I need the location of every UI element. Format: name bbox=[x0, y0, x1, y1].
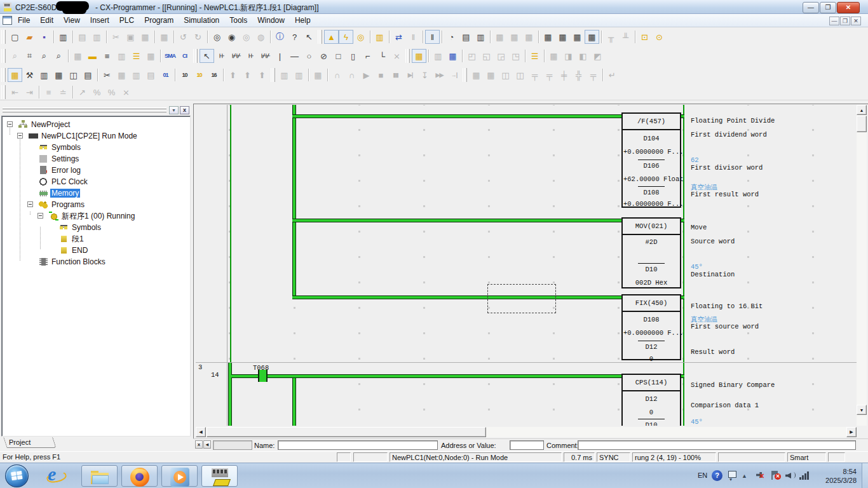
toolbar-icon[interactable]: ▦ bbox=[541, 30, 555, 44]
toolbar-icon[interactable]: ⇥ bbox=[22, 85, 37, 99]
network-signal-icon[interactable] bbox=[799, 471, 810, 480]
instruction-block-cps114[interactable]: CPS(114)D120D10 bbox=[621, 374, 681, 426]
mdi-close-button[interactable]: ✕ bbox=[851, 17, 861, 25]
toolbar-icon[interactable]: ╤ bbox=[586, 68, 600, 82]
toolbar-icon[interactable]: ◨ bbox=[561, 49, 576, 63]
scroll-up-icon[interactable]: ▲ bbox=[857, 105, 867, 115]
toolbar-icon[interactable]: ▦ bbox=[522, 30, 536, 44]
menu-edit[interactable]: Edit bbox=[35, 14, 58, 27]
toolbar-icon[interactable]: ↵ bbox=[605, 68, 620, 82]
toolbar-icon[interactable]: ▦ bbox=[507, 30, 522, 44]
name-input[interactable] bbox=[278, 440, 438, 450]
toolbar-icon[interactable]: ▥ bbox=[431, 49, 445, 63]
toolbar-icon[interactable]: ↧ bbox=[417, 68, 432, 82]
scroll-thumb[interactable] bbox=[207, 427, 486, 437]
menu-file[interactable]: File bbox=[13, 14, 35, 27]
toolbar-icon[interactable]: ▦ bbox=[138, 30, 153, 44]
firefox-icon[interactable] bbox=[130, 468, 149, 487]
toolbar-icon[interactable]: ◱ bbox=[479, 49, 494, 63]
instruction-block-fix450[interactable]: FIX(450)D108+0.0000000 F...D120 bbox=[621, 294, 681, 360]
toolbar-icon[interactable]: ▲ bbox=[324, 30, 339, 44]
clock[interactable]: 8:542025/3/28 bbox=[818, 467, 857, 485]
show-desktop-button[interactable] bbox=[862, 463, 868, 488]
instruction-block-mov021[interactable]: MOV(021)#2DD10002D Hex bbox=[621, 217, 681, 288]
toolbar-icon[interactable]: ◫ bbox=[66, 68, 81, 82]
toolbar-icon[interactable]: ◧ bbox=[576, 49, 590, 63]
toolbar-icon[interactable]: ▶| bbox=[403, 68, 417, 82]
toolbar-icon[interactable]: ◫ bbox=[513, 68, 527, 82]
menu-program[interactable]: Program bbox=[139, 14, 179, 27]
toolbar-icon[interactable]: ◎ bbox=[210, 30, 224, 44]
toolbar-icon[interactable]: ▥ bbox=[473, 30, 488, 44]
toolbar-icon[interactable]: ↻ bbox=[191, 30, 205, 44]
toolbar-icon[interactable]: % bbox=[104, 85, 119, 99]
workspace-header[interactable] bbox=[3, 106, 189, 114]
toolbar-icon[interactable]: ▦ bbox=[71, 49, 85, 63]
toolbar-icon[interactable]: ∩ bbox=[330, 68, 344, 82]
menu-help[interactable]: Help bbox=[290, 14, 316, 27]
toolbar-icon[interactable]: CI bbox=[177, 49, 192, 63]
toolbar-icon[interactable]: ╥ bbox=[604, 30, 618, 44]
toolbar-icon[interactable]: ▦ bbox=[157, 30, 172, 44]
scroll-down-icon[interactable]: ▼ bbox=[857, 405, 867, 415]
toolbar-icon[interactable]: ▤ bbox=[81, 68, 95, 82]
toolbar-icon[interactable]: ☰ bbox=[129, 49, 144, 63]
toolbar-icon[interactable]: ◩ bbox=[590, 49, 605, 63]
toolbar-icon[interactable]: ▦ bbox=[311, 68, 325, 82]
toolbar-icon[interactable]: ○ bbox=[302, 49, 316, 63]
toolbar-icon[interactable]: ▪ bbox=[37, 30, 51, 44]
toolbar-icon[interactable]: — bbox=[287, 49, 302, 63]
toolbar-icon[interactable]: ▤ bbox=[459, 30, 473, 44]
tree-item--1[interactable]: 段1 bbox=[57, 233, 85, 245]
workspace-close-icon[interactable]: x bbox=[180, 106, 189, 114]
menu-plc[interactable]: PLC bbox=[114, 14, 139, 27]
toolbar-icon[interactable]: ▥ bbox=[372, 30, 387, 44]
tree-item-function-blocks[interactable]: Function Blocks bbox=[36, 256, 107, 268]
toolbar-icon[interactable]: ╨ bbox=[618, 30, 633, 44]
language-indicator[interactable]: EN bbox=[698, 471, 707, 479]
toolbar-icon[interactable]: └ bbox=[375, 49, 390, 63]
scroll-left-icon[interactable]: ◀ bbox=[196, 427, 206, 437]
tree-item-plc-clock[interactable]: PLC Clock bbox=[36, 176, 89, 187]
toolbar-icon[interactable]: ‖ bbox=[425, 30, 440, 44]
toolbar-icon[interactable]: ✂ bbox=[109, 30, 123, 44]
toolbar-icon[interactable]: ▶▶ bbox=[432, 68, 447, 82]
toolbar-icon[interactable]: ▬ bbox=[85, 49, 100, 63]
toolbar-icon[interactable]: ≐ bbox=[56, 85, 71, 99]
toolbar-icon[interactable]: ☰ bbox=[527, 49, 542, 63]
tree-item-programs[interactable]: Programs bbox=[36, 199, 86, 210]
tree-expand-icon[interactable] bbox=[27, 201, 33, 207]
toolbar-icon[interactable]: ◔ bbox=[444, 30, 459, 44]
tree-expand-icon[interactable] bbox=[7, 121, 13, 127]
address-input[interactable] bbox=[510, 440, 544, 450]
tree-expand-icon[interactable] bbox=[37, 213, 43, 219]
toolbar-icon[interactable]: ■ bbox=[374, 68, 388, 82]
media-player-icon[interactable] bbox=[170, 468, 189, 487]
toolbar-icon[interactable]: ⬆ bbox=[226, 68, 240, 82]
toolbar-icon[interactable]: 01 bbox=[158, 68, 173, 82]
toolbar-icon[interactable]: ▤ bbox=[144, 68, 158, 82]
toolbar-icon[interactable]: ▦ bbox=[8, 68, 22, 82]
window-tray-icon[interactable] bbox=[728, 471, 736, 478]
toolbar-icon[interactable]: ▦ bbox=[546, 49, 561, 63]
toolbar-icon[interactable]: ▦ bbox=[51, 68, 66, 82]
toolbar-icon[interactable]: ϟ bbox=[339, 30, 353, 44]
toolbar-icon[interactable]: ▥ bbox=[292, 68, 306, 82]
toolbar-icon[interactable]: ↖ bbox=[302, 30, 316, 44]
toolbar-icon[interactable]: ▦ bbox=[445, 49, 460, 63]
tree-item-error-log[interactable]: Error log bbox=[36, 165, 82, 176]
start-button[interactable] bbox=[5, 464, 29, 487]
toolbar-icon[interactable]: ▦ bbox=[469, 68, 484, 82]
toolbar-icon[interactable]: ◫ bbox=[498, 68, 513, 82]
menu-simulation[interactable]: Simulation bbox=[179, 14, 224, 27]
toolbar-icon[interactable]: ✂ bbox=[100, 68, 114, 82]
toolbar-icon[interactable]: ▢ bbox=[8, 30, 22, 44]
toolbar-icon[interactable]: ∩ bbox=[344, 68, 359, 82]
toolbar-icon[interactable]: ⊡ bbox=[637, 30, 652, 44]
minimize-button[interactable]: — bbox=[803, 2, 819, 13]
menu-window[interactable]: Window bbox=[252, 14, 290, 27]
toolbar-icon[interactable]: ⨯ bbox=[390, 49, 404, 63]
instruction-block-f457[interactable]: /F(457)D104+0.0000000 F...D106+62.00000 … bbox=[621, 112, 681, 208]
toolbar-icon[interactable]: ▦ bbox=[555, 30, 570, 44]
menu-view[interactable]: View bbox=[58, 14, 85, 27]
